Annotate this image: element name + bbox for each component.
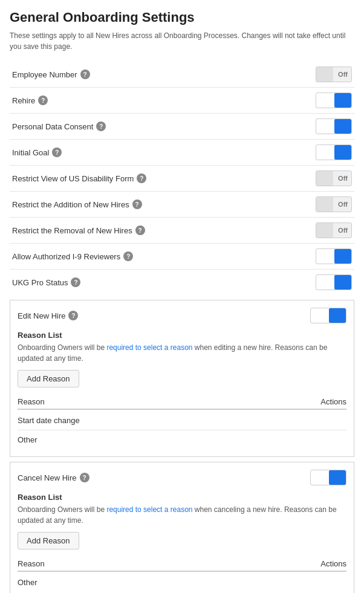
rehire-label: Rehire <box>12 96 35 105</box>
restrict-addition-label: Restrict the Addition of New Hires <box>12 200 129 209</box>
cancel-new-hire-toggle-label: On <box>315 474 342 481</box>
edit-new-hire-reason-list: Reason List Onboarding Owners will be re… <box>18 331 346 449</box>
initial-goal-help-icon[interactable]: ? <box>52 147 62 157</box>
setting-label-initial-goal: Initial Goal ? <box>12 147 62 157</box>
cancel-new-hire-section: Cancel New Hire ? On Reason List Onboard… <box>10 462 354 593</box>
personal-data-consent-label: Personal Data Consent <box>12 122 93 131</box>
setting-row-restrict-addition: Restrict the Addition of New Hires ? Off <box>10 192 354 218</box>
restrict-addition-help-icon[interactable]: ? <box>132 199 142 209</box>
edit-reason-text-0: Start date change <box>18 416 298 425</box>
restrict-removal-toggle-wrapper: Off <box>316 222 352 238</box>
cancel-new-hire-help-icon[interactable]: ? <box>80 473 89 482</box>
restrict-us-disability-label: Restrict View of US Disability Form <box>12 174 134 183</box>
employee-number-label: Employee Number <box>12 70 77 79</box>
restrict-removal-label: Restrict the Removal of New Hires <box>12 226 132 235</box>
restrict-removal-help-icon[interactable]: ? <box>135 225 145 235</box>
edit-actions-col-header: Actions <box>298 397 346 406</box>
allow-i9-help-icon[interactable]: ? <box>123 251 133 261</box>
ukg-pro-status-toggle[interactable]: On <box>316 274 352 290</box>
edit-new-hire-label-group: Edit New Hire ? <box>18 311 78 320</box>
setting-label-restrict-removal: Restrict the Removal of New Hires ? <box>12 225 145 235</box>
cancel-new-hire-label: Cancel New Hire <box>18 473 77 482</box>
rehire-help-icon[interactable]: ? <box>38 96 48 105</box>
ukg-pro-status-toggle-label: On <box>320 279 347 286</box>
restrict-addition-toggle[interactable]: Off <box>316 196 352 212</box>
edit-reason-row-1: Other <box>18 430 346 449</box>
cancel-reason-text-0: Other <box>18 578 298 587</box>
setting-row-restrict-removal: Restrict the Removal of New Hires ? Off <box>10 218 354 244</box>
initial-goal-toggle[interactable]: On <box>316 144 352 160</box>
setting-label-personal-data-consent: Personal Data Consent ? <box>12 122 106 131</box>
setting-label-restrict-addition: Restrict the Addition of New Hires ? <box>12 199 142 209</box>
initial-goal-label: Initial Goal <box>12 148 49 157</box>
personal-data-consent-toggle-wrapper: On <box>316 118 352 134</box>
edit-reason-text-1: Other <box>18 435 298 444</box>
setting-row-ukg-pro-status: UKG Pro Status ? On <box>10 270 354 295</box>
cancel-reason-list-title: Reason List <box>18 493 346 502</box>
edit-new-hire-toggle-wrapper: On <box>310 308 346 323</box>
employee-number-knob <box>316 67 333 82</box>
restrict-us-disability-knob <box>316 171 333 186</box>
cancel-reason-row-0: Other <box>18 573 346 592</box>
setting-row-rehire: Rehire ? On <box>10 88 354 114</box>
restrict-us-disability-help-icon[interactable]: ? <box>137 173 146 183</box>
cancel-add-reason-button[interactable]: Add Reason <box>18 532 79 549</box>
allow-i9-toggle-label: On <box>320 253 347 260</box>
initial-goal-toggle-wrapper: On <box>316 144 352 160</box>
personal-data-consent-toggle[interactable]: On <box>316 118 352 134</box>
initial-goal-toggle-label: On <box>320 149 347 156</box>
rehire-toggle[interactable]: On <box>316 92 352 108</box>
edit-new-hire-header-row: Edit New Hire ? On <box>18 308 346 323</box>
edit-new-hire-help-icon[interactable]: ? <box>68 311 78 320</box>
employee-number-toggle[interactable]: Off <box>316 66 352 82</box>
employee-number-help-icon[interactable]: ? <box>80 70 90 79</box>
edit-new-hire-label: Edit New Hire <box>18 311 65 320</box>
cancel-new-hire-toggle[interactable]: On <box>310 470 346 485</box>
cancel-new-hire-header-row: Cancel New Hire ? On <box>18 470 346 485</box>
setting-label-employee-number: Employee Number ? <box>12 70 90 79</box>
page-title: General Onboarding Settings <box>10 10 354 25</box>
setting-label-allow-i9: Allow Authorized I-9 Reviewers ? <box>12 251 133 261</box>
setting-row-employee-number: Employee Number ? Off <box>10 62 354 88</box>
settings-list: Employee Number ? Off Rehire ? On <box>10 62 354 295</box>
setting-label-rehire: Rehire ? <box>12 96 48 105</box>
employee-number-toggle-wrapper: Off <box>316 66 352 82</box>
employee-number-toggle-label: Off <box>338 71 348 78</box>
personal-data-consent-toggle-label: On <box>320 123 347 130</box>
restrict-us-disability-toggle-label: Off <box>338 175 348 182</box>
cancel-new-hire-reason-list: Reason List Onboarding Owners will be re… <box>18 493 346 592</box>
cancel-new-hire-label-group: Cancel New Hire ? <box>18 473 89 482</box>
restrict-addition-toggle-label: Off <box>338 201 348 208</box>
setting-row-allow-i9: Allow Authorized I-9 Reviewers ? On <box>10 244 354 270</box>
edit-reason-col-header: Reason <box>18 397 298 406</box>
allow-i9-toggle[interactable]: On <box>316 248 352 264</box>
restrict-us-disability-toggle-wrapper: Off <box>316 170 352 186</box>
edit-add-reason-button[interactable]: Add Reason <box>18 370 79 387</box>
restrict-removal-knob <box>316 223 333 238</box>
restrict-removal-toggle-label: Off <box>338 227 348 234</box>
restrict-addition-toggle-wrapper: Off <box>316 196 352 212</box>
setting-label-restrict-us-disability: Restrict View of US Disability Form ? <box>12 173 146 183</box>
setting-row-restrict-us-disability: Restrict View of US Disability Form ? Of… <box>10 166 354 192</box>
cancel-reason-table-header: Reason Actions <box>18 557 346 572</box>
cancel-reason-col-header: Reason <box>18 559 298 568</box>
restrict-removal-toggle[interactable]: Off <box>316 222 352 238</box>
edit-new-hire-section: Edit New Hire ? On Reason List Onboardin… <box>10 300 354 457</box>
edit-new-hire-toggle-label: On <box>315 312 342 319</box>
edit-reason-list-title: Reason List <box>18 331 346 340</box>
rehire-toggle-wrapper: On <box>316 92 352 108</box>
cancel-actions-col-header: Actions <box>298 559 346 568</box>
cancel-reason-list-desc: Onboarding Owners will be required to se… <box>18 504 346 526</box>
allow-i9-toggle-wrapper: On <box>316 248 352 264</box>
edit-reason-row-0: Start date change <box>18 411 346 430</box>
personal-data-consent-help-icon[interactable]: ? <box>96 122 106 131</box>
edit-new-hire-toggle[interactable]: On <box>310 308 346 323</box>
cancel-new-hire-toggle-wrapper: On <box>310 470 346 485</box>
ukg-pro-status-help-icon[interactable]: ? <box>71 277 80 287</box>
setting-label-ukg-pro-status: UKG Pro Status ? <box>12 277 80 287</box>
setting-row-personal-data-consent: Personal Data Consent ? On <box>10 114 354 140</box>
restrict-us-disability-toggle[interactable]: Off <box>316 170 352 186</box>
page-description: These settings apply to all New Hires ac… <box>10 30 354 52</box>
ukg-pro-status-toggle-wrapper: On <box>316 274 352 290</box>
page-container: General Onboarding Settings These settin… <box>0 0 364 593</box>
